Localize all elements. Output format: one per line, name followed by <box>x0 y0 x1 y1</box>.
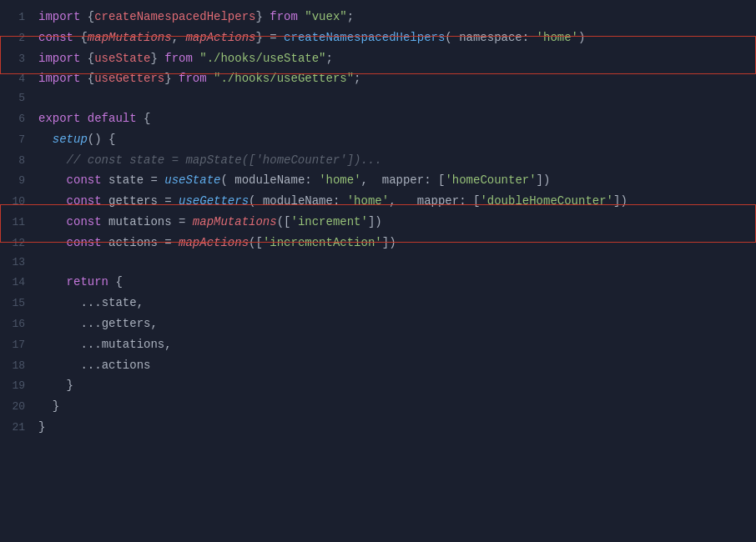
code-line: 9 const state = useState( moduleName: 'h… <box>0 170 756 191</box>
line-content: export default { <box>38 109 746 128</box>
token-punct: , <box>150 317 157 330</box>
token-indent6 <box>38 359 80 372</box>
token-punct: ; <box>347 10 354 23</box>
line-number: 17 <box>0 337 25 354</box>
token-punct: ; <box>326 52 333 65</box>
token-indent4 <box>38 153 67 167</box>
token-punct: = <box>164 194 179 208</box>
token-brace: { <box>80 31 87 44</box>
token-str-single: 'home' <box>347 194 389 208</box>
code-line: 13 <box>0 253 756 273</box>
token-kw-const: const <box>67 173 108 187</box>
token-punct: = <box>164 236 179 249</box>
code-line: 7 setup() { <box>0 129 756 150</box>
token-bracket: [ <box>255 236 262 249</box>
token-punct: = <box>263 31 284 44</box>
token-punct: : <box>459 194 473 208</box>
token-paren: ) <box>389 236 396 249</box>
line-content: } <box>38 418 746 436</box>
token-spread: ... <box>80 317 101 330</box>
line-content: } <box>38 376 746 394</box>
line-number: 14 <box>0 274 25 292</box>
token-brace: { <box>115 275 122 289</box>
line-number: 3 <box>0 51 25 68</box>
token-param-key: moduleName <box>255 194 332 208</box>
token-param-key: actions <box>102 359 151 372</box>
token-str-single: 'home' <box>537 31 578 44</box>
code-line: 6export default { <box>0 108 756 129</box>
token-punct: , <box>164 338 171 351</box>
token-kw-return: return <box>67 275 116 289</box>
token-brace: } <box>150 52 157 65</box>
line-number: 5 <box>0 90 25 108</box>
line-number: 7 <box>0 132 25 149</box>
token-indent4 <box>38 379 67 392</box>
code-line: 10 const getters = useGetters( moduleNam… <box>0 191 756 212</box>
line-number: 11 <box>0 214 25 232</box>
line-number: 6 <box>0 111 25 128</box>
code-editor: 1import {createNamespacedHelpers} from "… <box>0 0 756 542</box>
token-punct: : <box>424 173 438 187</box>
token-str-single: 'doubleHomeCounter' <box>480 194 613 208</box>
code-line: 3import {useState} from "./hooks/useStat… <box>0 48 756 69</box>
code-line: 16 ...getters, <box>0 314 756 334</box>
line-content: ...actions <box>38 356 746 374</box>
line-number: 20 <box>0 399 25 416</box>
token-brace: { <box>144 112 150 125</box>
token-var-decl: createNamespacedHelpers <box>94 10 255 23</box>
line-number: 19 <box>0 378 25 395</box>
token-kw-import: import <box>38 52 88 65</box>
token-spread: ... <box>80 296 101 309</box>
token-paren: ( <box>220 173 227 187</box>
token-kw-const: const <box>67 215 108 228</box>
token-indent4 <box>38 194 67 208</box>
token-param-key: getters <box>102 317 151 330</box>
token-str-single: 'increment' <box>291 215 368 228</box>
token-param-key: , mapper <box>361 173 425 187</box>
line-content: const {mapMutations, mapActions} = creat… <box>38 28 746 47</box>
token-punct: ; <box>354 72 360 85</box>
code-line: 17 ...mutations, <box>0 334 756 355</box>
token-str-double: "./hooks/useGetters" <box>214 72 354 85</box>
line-content: const state = useState( moduleName: 'hom… <box>38 171 746 189</box>
line-content: const mutations = mapMutations(['increme… <box>38 213 746 231</box>
token-indent6 <box>38 296 80 309</box>
token-kw-export: export <box>38 112 88 125</box>
code-line: 5 <box>0 89 756 108</box>
token-brace: { <box>88 10 94 23</box>
token-var-decl: useState <box>94 52 150 65</box>
token-str-double: "vuex" <box>305 10 346 23</box>
token-kw-from: from <box>263 10 305 23</box>
token-indent4 <box>38 275 67 289</box>
token-indent2 <box>38 399 53 413</box>
token-param-key: mutations <box>108 215 179 228</box>
token-bracket: ] <box>537 173 543 187</box>
token-brace: } <box>255 31 262 44</box>
token-param-key: getters <box>108 194 164 208</box>
token-brace: { <box>88 52 94 65</box>
token-paren: ) <box>375 215 381 228</box>
token-indent6 <box>38 317 80 330</box>
token-brace: } <box>67 379 73 392</box>
line-number: 12 <box>0 235 25 253</box>
token-str-double: "./hooks/useState" <box>199 52 325 65</box>
token-comment: // const state = mapState(['homeCounter'… <box>67 153 382 167</box>
token-brace: } <box>53 399 59 413</box>
token-str-single: 'home' <box>319 173 360 187</box>
token-kw-const: const <box>67 236 108 249</box>
token-italic-fn: setup <box>53 133 88 146</box>
token-italic-var: mapActions <box>185 31 255 44</box>
line-content: setup() { <box>38 130 746 148</box>
token-brace: } <box>164 72 171 85</box>
token-kw-const: const <box>67 194 108 208</box>
token-punct: : <box>305 173 319 187</box>
line-number: 15 <box>0 295 25 313</box>
code-line: 12 const actions = mapActions(['incremen… <box>0 233 756 253</box>
token-bracket: [ <box>284 215 290 228</box>
token-paren: ) <box>578 31 585 44</box>
token-ns-arg: namespace <box>452 31 522 44</box>
line-number: 10 <box>0 193 25 211</box>
line-content: ...getters, <box>38 314 746 333</box>
token-indent4 <box>38 236 67 249</box>
token-italic-var: mapMutations <box>193 215 277 228</box>
